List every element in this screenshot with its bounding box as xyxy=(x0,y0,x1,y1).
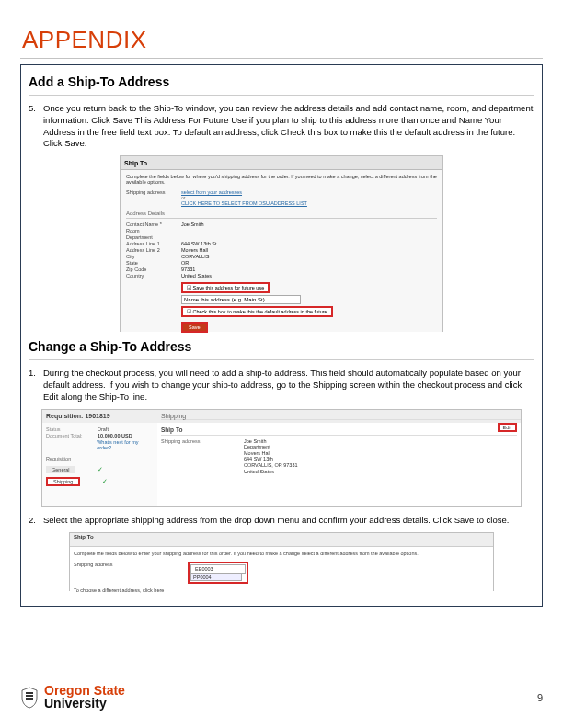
s1-addr1-label: Address Line 1 xyxy=(126,241,181,246)
svg-rect-2 xyxy=(26,698,33,700)
section2-rule xyxy=(29,359,534,360)
main-content-box: Add a Ship-To Address 5. Once you return… xyxy=(20,64,543,607)
title-rule xyxy=(20,58,543,59)
s2-requisition-heading: Requisition xyxy=(46,456,154,461)
footer: Oregon State University 9 xyxy=(20,685,543,710)
check-icon: ✓ xyxy=(98,466,103,472)
s1-country-value: United States xyxy=(181,273,212,279)
svg-rect-0 xyxy=(26,692,33,694)
s1-name-address-field[interactable]: Name this address (e.g. Main St) xyxy=(181,295,301,304)
s2-shipaddr-label: Shipping address xyxy=(161,438,244,475)
osu-crest-icon xyxy=(20,687,39,709)
s1-state-value: OR xyxy=(181,260,189,266)
section1-heading: Add a Ship-To Address xyxy=(29,74,534,89)
page-title: APPENDIX xyxy=(22,26,563,54)
step-number: 1. xyxy=(29,368,43,403)
s1-city-value: CORVALLIS xyxy=(181,254,209,259)
s1-save-future-checkbox[interactable]: ☑ Save this address for future use xyxy=(181,282,270,293)
s1-title: Ship To xyxy=(121,156,442,170)
svg-rect-1 xyxy=(26,695,33,697)
step-text: During the checkout process, you will ne… xyxy=(43,368,534,403)
s2-edit-button[interactable]: Edit xyxy=(498,423,517,432)
s2-total-value: 10,000.00 USD xyxy=(98,433,132,438)
logo-text-uni: University xyxy=(44,698,125,710)
section1-rule xyxy=(29,95,534,96)
s2-shipto-heading: Ship To xyxy=(161,427,517,436)
s2-status-value: Draft xyxy=(98,427,109,432)
s1-zip-label: Zip Code xyxy=(126,267,181,272)
s2-general-tab[interactable]: General xyxy=(46,466,75,473)
s3-address-dropdown[interactable]: EE0003 PP0004 xyxy=(188,562,248,584)
s1-state-label: State xyxy=(126,260,181,266)
s1-contact-label: Contact Name * xyxy=(126,222,181,227)
s3-instruction: Complete the fields below to enter your … xyxy=(74,551,489,556)
check-icon: ✓ xyxy=(102,478,108,484)
s3-shipaddr-label: Shipping address xyxy=(74,562,113,567)
s3-title: Ship To xyxy=(70,533,493,547)
s3-dropdown-option[interactable]: PP0004 xyxy=(190,574,242,581)
screenshot-address-dropdown: Ship To Complete the fields below to ent… xyxy=(69,532,494,591)
section2-heading: Change a Ship-To Address xyxy=(29,339,534,354)
s1-contact-value[interactable]: Joe Smith xyxy=(181,222,203,227)
s1-default-checkbox[interactable]: ☑ Check this box to make this the defaul… xyxy=(181,306,333,317)
step-number: 5. xyxy=(29,103,43,150)
s2-shipping-tab[interactable]: Shipping xyxy=(46,477,80,486)
s2-tab-title: Shipping xyxy=(161,413,521,420)
page-number: 9 xyxy=(537,692,543,703)
s2-status-label: Status xyxy=(46,427,98,432)
s1-instruction: Complete the fields below for where you'… xyxy=(126,174,437,185)
s1-shipping-label: Shipping address xyxy=(126,189,181,206)
s1-save-button[interactable]: Save xyxy=(181,322,208,333)
step-text: Once you return back to the Ship-To wind… xyxy=(43,103,534,150)
s1-country-label: Country xyxy=(126,273,181,279)
s2-address-block: Joe Smith Department Movers Hall 644 SW … xyxy=(244,438,298,475)
s1-room-label: Room xyxy=(126,228,181,233)
screenshot-ship-to-details: Ship To Complete the fields below for wh… xyxy=(120,155,443,332)
s1-zip-value: 97331 xyxy=(181,267,195,272)
s2-whats-next-link[interactable]: What's next for my order? xyxy=(97,439,154,450)
step-text: Select the appropriate shipping address … xyxy=(43,515,534,527)
s3-dropdown-option[interactable]: EE0003 xyxy=(190,564,246,574)
s3-note: To choose a different address, click her… xyxy=(74,587,489,593)
s1-dept-label: Department xyxy=(126,234,181,240)
osu-logo: Oregon State University xyxy=(20,685,125,710)
section1-step5: 5. Once you return back to the Ship-To w… xyxy=(29,103,534,150)
s2-total-label: Document Total: xyxy=(46,433,98,438)
screenshot-shipping-tab: Requisition: 1901819 Shipping StatusDraf… xyxy=(41,409,522,507)
s1-addr2-value: Movers Hall xyxy=(181,247,208,253)
section2-step1: 1. During the checkout process, you will… xyxy=(29,368,534,403)
s1-details-heading: Address Details xyxy=(126,210,437,219)
s1-click-link[interactable]: CLICK HERE TO SELECT FROM OSU ADDRESS LI… xyxy=(181,200,307,206)
step-number: 2. xyxy=(29,515,43,527)
s1-city-label: City xyxy=(126,254,181,259)
s1-addr1-value: 644 SW 13th St xyxy=(181,241,217,246)
s2-req-title: Requisition: 1901819 xyxy=(42,413,161,419)
s1-addr2-label: Address Line 2 xyxy=(126,247,181,253)
section2-step2: 2. Select the appropriate shipping addre… xyxy=(29,515,534,527)
